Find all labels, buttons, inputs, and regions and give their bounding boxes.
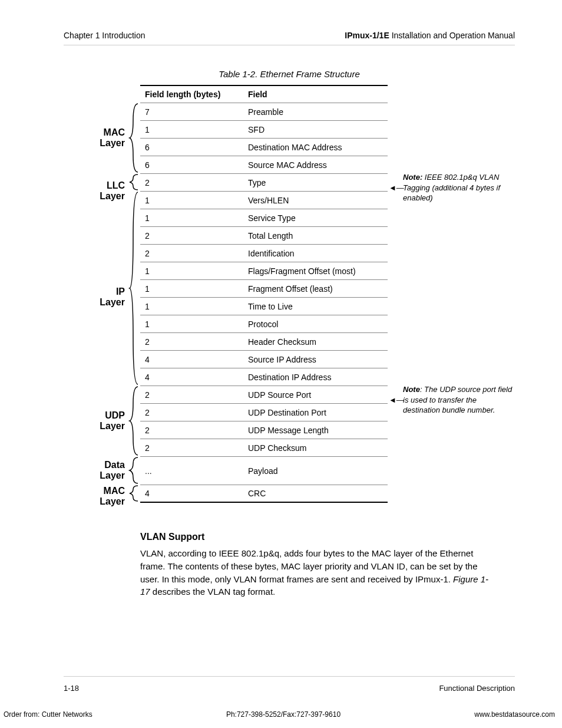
brace-icon bbox=[127, 386, 140, 456]
note-label: Note: bbox=[403, 173, 422, 182]
table-row: 4Source IP Address bbox=[140, 351, 388, 368]
table-row: 2UDP Message Length bbox=[140, 421, 388, 439]
layer-mac2: MACLayer bbox=[100, 485, 140, 508]
page-footer: 1-18 Functional Description bbox=[64, 676, 515, 693]
layer-ip: IPLayer bbox=[100, 209, 140, 386]
table-row: 1Fragment Offset (least) bbox=[140, 280, 388, 298]
brace-icon bbox=[127, 209, 140, 386]
layer-label-llc: LLCLayer bbox=[100, 180, 127, 202]
table-row: 6Destination MAC Address bbox=[140, 139, 388, 156]
table-row: 6Source MAC Address bbox=[140, 156, 388, 174]
table-row: 1Flags/Fragment Offset (most) bbox=[140, 262, 388, 280]
table-row: 2UDP Checksum bbox=[140, 439, 388, 457]
table-row: 1Service Type bbox=[140, 209, 388, 227]
arrow-left-icon: ◄— bbox=[389, 183, 404, 193]
brace-icon bbox=[127, 485, 140, 508]
layer-label-mac2: MACLayer bbox=[100, 486, 127, 508]
para-text-a: VLAN, according to IEEE 802.1p&q, adds f… bbox=[140, 548, 478, 584]
table-row: 1Vers/HLEN bbox=[140, 192, 388, 209]
table-row: 1Protocol bbox=[140, 315, 388, 333]
section-heading-vlan: VLAN Support bbox=[140, 532, 515, 542]
table-row: ...Payload bbox=[140, 457, 388, 485]
footer-section-title: Functional Description bbox=[439, 684, 515, 693]
layer-label-ip: IPLayer bbox=[100, 286, 127, 308]
header-right-rest: Installation and Operation Manual bbox=[389, 31, 515, 40]
table-row: 1SFD bbox=[140, 121, 388, 139]
para-text-b: describes the VLAN tag format. bbox=[150, 587, 276, 597]
header-right-bold: IPmux-1/1E bbox=[345, 31, 389, 40]
layer-udp: UDPLayer bbox=[100, 386, 140, 456]
layer-mac: MACLayer bbox=[100, 103, 140, 173]
table-row: 2UDP Source Port bbox=[140, 386, 388, 404]
table-caption: Table 1-2. Ethernet Frame Structure bbox=[64, 69, 515, 79]
frame-structure-diagram: MACLayer LLCLayer IPLayer UDPLayer bbox=[64, 85, 515, 508]
table-row: 1Time to Live bbox=[140, 298, 388, 315]
layer-label-mac: MACLayer bbox=[100, 127, 127, 149]
header-right: IPmux-1/1E Installation and Operation Ma… bbox=[345, 31, 515, 40]
table-row: 2Type bbox=[140, 174, 388, 192]
note-vlan: ◄— Note: IEEE 802.1p&q VLAN Tagging (add… bbox=[403, 172, 515, 203]
col-header-length: Field length (bytes) bbox=[140, 86, 243, 103]
page-number: 1-18 bbox=[64, 684, 79, 693]
table-row: 2Identification bbox=[140, 245, 388, 262]
table-row: 4CRC bbox=[140, 485, 388, 503]
page-header: Chapter 1 Introduction IPmux-1/1E Instal… bbox=[64, 31, 515, 45]
arrow-left-icon: ◄— bbox=[389, 395, 404, 406]
order-phone: Ph:727-398-5252/Fax:727-397-9610 bbox=[226, 710, 340, 719]
brace-icon bbox=[127, 103, 140, 173]
order-from: Order from: Cutter Networks bbox=[4, 710, 92, 719]
table-header-row: Field length (bytes) Field bbox=[140, 85, 388, 103]
layer-label-data: DataLayer bbox=[100, 460, 127, 482]
table-row: 2Header Checksum bbox=[140, 333, 388, 351]
order-website: www.bestdatasource.com bbox=[474, 710, 555, 719]
order-info-line: Order from: Cutter Networks Ph:727-398-5… bbox=[0, 710, 562, 719]
table-row: 4Destination IP Address bbox=[140, 368, 388, 386]
table-row: 7Preamble bbox=[140, 103, 388, 121]
note-label: Note bbox=[403, 385, 420, 394]
table-row: 2UDP Destination Port bbox=[140, 404, 388, 421]
document-page: Chapter 1 Introduction IPmux-1/1E Instal… bbox=[0, 0, 562, 728]
header-left: Chapter 1 Introduction bbox=[64, 31, 146, 40]
section-paragraph: VLAN, according to IEEE 802.1p&q, adds f… bbox=[140, 547, 494, 598]
layer-label-udp: UDPLayer bbox=[100, 410, 127, 432]
layer-labels-column: MACLayer LLCLayer IPLayer UDPLayer bbox=[64, 85, 140, 508]
col-header-field: Field bbox=[243, 86, 388, 103]
brace-icon bbox=[127, 456, 140, 485]
note-udp-port: ◄— Note: The UDP source port field is us… bbox=[403, 384, 515, 416]
table-row: 2Total Length bbox=[140, 227, 388, 245]
layer-data: DataLayer bbox=[100, 456, 140, 485]
frame-table: Field length (bytes) Field 7Preamble 1SF… bbox=[140, 85, 388, 503]
